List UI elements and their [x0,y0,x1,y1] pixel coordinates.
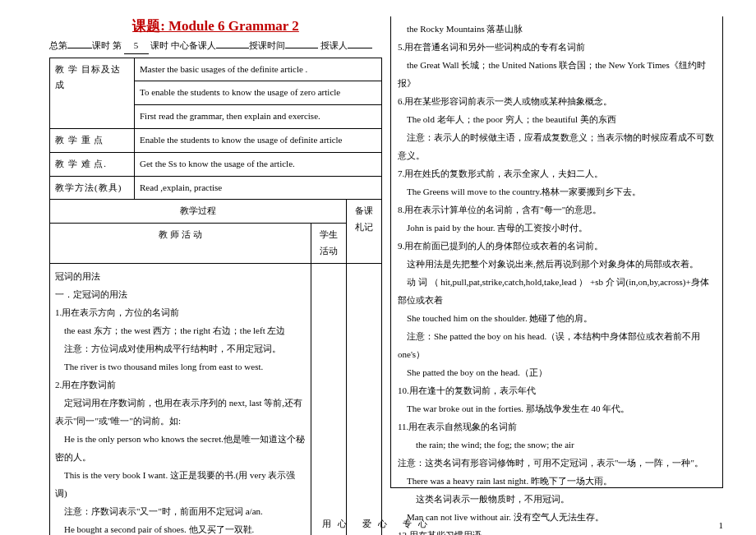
cell-method: Read ,explain, practise [135,176,382,200]
line: John is paid by the hour. 吉母的工资按小时付。 [398,219,716,237]
line: 冠词的用法 [55,267,306,285]
lesson-title: 课题: Module 6 Grammar 2 [132,18,299,34]
line: 注意：这类名词有形容词修饰时，可用不定冠词，表示"一场，一阵，一种"。 [398,454,716,472]
line: 1.用在表示方向，方位的名词前 [55,303,306,321]
line: 注意：方位词成对使用构成平行结构时，不用定冠词。 [55,339,306,357]
cell-obj-c: First read the grammar, then explain and… [135,105,382,129]
line: There was a heavy rain last night. 昨晚下了一… [398,472,716,490]
line: 动 词 （ hit,pull,pat,strike,catch,hold,tak… [398,273,716,309]
meta-blank3 [285,48,318,48]
lesson-plan-table: 教 学 目标及达成 Master the basic usages of the… [49,58,382,535]
line: the Rocky Mountains 落基山脉 [398,20,716,38]
label-objectives: 教 学 目标及达成 [50,58,135,128]
student-content-cell [311,263,347,535]
teacher-content-cell: 冠词的用法 一．定冠词的用法 1.用在表示方向，方位的名词前 the east … [50,263,311,535]
row-process-header: 教学过程 备课札记 [50,200,382,224]
line: 注意：表示人的时候做主语，应看成复数意义；当表示物的时候应看成不可数意义。 [398,128,716,164]
line: 8.用在表示计算单位的名词前，含有"每一"的意思。 [398,201,716,219]
meta-mid4: 授课人 [320,40,348,50]
cell-obj-b: To enable the students to know the usage… [135,81,382,105]
cell-teacher-header: 教 师 活 动 [50,224,311,264]
line: She touched him on the shoulder. 她碰了他的肩。 [398,309,716,327]
line: She patted the boy on the head.（正） [398,363,716,381]
line: The war broke out in the forties. 那场战争发生… [398,399,716,417]
cell-process-header: 教学过程 [50,200,347,224]
line: 定冠词用在序数词前，也用在表示序列的 next, last 等前,还有表示"同一… [55,394,306,430]
row-activity-header: 教 师 活 动 学生活动 [50,224,382,264]
row-difficulty: 教 学 难 点. Get the Ss to know the usage of… [50,152,382,176]
notes-content-cell [347,263,382,535]
cell-obj-a: Master the basic usages of the definite … [135,58,382,81]
title-line: 课题: Module 6 Grammar 2 [49,16,382,35]
line: 10.用在逢十的复数词前，表示年代 [398,381,716,399]
meta-mid3: 授课时间 [249,40,285,50]
row-keypoint: 教 学 重 点 Enable the students to know the … [50,128,382,152]
meta-blank1 [67,48,92,48]
meta-blank4 [348,48,372,48]
line: The river is two thousand miles long fro… [55,357,306,376]
line: The Greens will move to the country.格林一家… [398,182,716,201]
line: 6.用在某些形容词前表示一类人或物或某种抽象概念。 [398,92,716,110]
line: 7.用在姓氏的复数形式前，表示全家人，夫妇二人。 [398,164,716,182]
meta-mid2: 课时 中心备课人 [150,40,216,50]
page-number: 1 [719,520,724,530]
row-content: 冠词的用法 一．定冠词的用法 1.用在表示方向，方位的名词前 the east … [50,263,382,535]
cell-difficulty: Get the Ss to know the usage of the arti… [135,152,382,176]
line: 11.用在表示自然现象的名词前 [398,417,716,436]
cell-notes-header: 备课札记 [347,200,382,263]
line: 注意：She patted the boy on his head.（误，本结构… [398,327,716,363]
label-keypoint: 教 学 重 点 [50,128,135,152]
line: 这种用法是先把整个对象说出来,然后再说到那个对象身体的局部或衣着。 [398,255,716,273]
meta-mid1: 课时 第 [92,40,122,50]
right-content-box: the Rocky Mountains 落基山脉 5.用在普通名词和另外一些词构… [390,16,723,488]
line: 2.用在序数词前 [55,376,306,394]
line: This is the very book I want. 这正是我要的书.(用… [55,466,306,502]
line: He is the only person who knows the secr… [55,430,306,466]
line: 5.用在普通名词和另外一些词构成的专有名词前 [398,38,716,56]
row-method: 教学方法(教具) Read ,explain, practise [50,176,382,200]
right-column: the Rocky Mountains 落基山脉 5.用在普通名词和另外一些词构… [390,16,723,535]
label-method: 教学方法(教具) [50,176,135,200]
line: The old 老年人；the poor 穷人；the beautiful 美的… [398,110,716,128]
meta-blank2 [216,48,249,48]
line: the east 东方；the west 西方；the right 右边；the… [55,321,306,339]
label-difficulty: 教 学 难 点. [50,152,135,176]
two-column-layout: 课题: Module 6 Grammar 2 总第课时 第 5 课时 中心备课人… [49,16,723,535]
document-page: 课题: Module 6 Grammar 2 总第课时 第 5 课时 中心备课人… [0,0,756,535]
footer-motto: 用心 爱心 专心 [0,518,756,530]
cell-student-header: 学生活动 [311,224,347,264]
row-objectives: 教 学 目标及达成 Master the basic usages of the… [50,58,382,81]
line: 9.用在前面已提到的人的身体部位或衣着的名词前。 [398,237,716,255]
meta-prefix: 总第 [49,40,67,50]
line: 一．定冠词的用法 [55,285,306,303]
line: the rain; the wind; the fog; the snow; t… [398,436,716,454]
meta-line: 总第课时 第 5 课时 中心备课人授课时间 授课人 [49,39,382,54]
meta-num: 5 [124,39,149,54]
left-column: 课题: Module 6 Grammar 2 总第课时 第 5 课时 中心备课人… [49,16,382,535]
line: 这类名词表示一般物质时，不用冠词。 [398,490,716,508]
cell-keypoint: Enable the students to know the usage of… [135,128,382,152]
line: the Great Wall 长城；the United Nations 联合国… [398,56,716,92]
